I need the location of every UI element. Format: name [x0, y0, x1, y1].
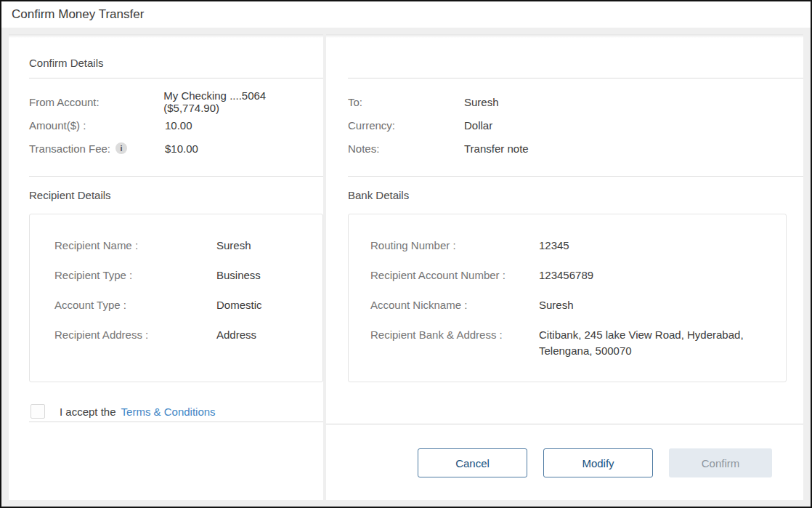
amount-label: Amount($) : — [29, 119, 165, 132]
page-title: Confirm Money Transfer — [1, 1, 811, 28]
from-account-label: From Account: — [29, 96, 163, 108]
bank-details-box: Routing Number : 12345 Recipient Account… — [348, 214, 787, 382]
confirm-details-left-rows: From Account: My Checking ....5064 ($5,7… — [29, 78, 323, 160]
account-nickname-row: Account Nickname : Suresh — [370, 290, 786, 320]
account-type-label: Account Type : — [54, 299, 216, 311]
recipient-details-box: Recipient Name : Suresh Recipient Type :… — [29, 214, 323, 382]
cancel-button[interactable]: Cancel — [418, 448, 527, 477]
transaction-fee-value: $10.00 — [165, 142, 198, 155]
currency-value: Dollar — [464, 119, 492, 132]
to-row: To: Suresh — [348, 90, 803, 113]
recipient-account-number-value: 123456789 — [539, 269, 593, 281]
amount-row: Amount($) : 10.00 — [29, 113, 323, 137]
main-content: Confirm Details From Account: My Checkin… — [9, 34, 803, 500]
transaction-fee-row: Transaction Fee: i $10.00 — [29, 137, 323, 160]
recipient-account-number-label: Recipient Account Number : — [370, 269, 539, 281]
account-nickname-value: Suresh — [539, 299, 574, 311]
account-type-row: Account Type : Domestic — [54, 290, 322, 320]
info-icon[interactable]: i — [115, 142, 127, 154]
from-account-value: My Checking ....5064 ($5,774.90) — [163, 89, 323, 114]
currency-label: Currency: — [348, 119, 464, 132]
recipient-address-row: Recipient Address : Address — [54, 320, 322, 350]
bank-details-heading: Bank Details — [348, 189, 803, 201]
account-type-value: Domestic — [216, 299, 262, 311]
routing-number-label: Routing Number : — [370, 239, 539, 251]
action-buttons: Cancel Modify Confirm — [348, 448, 803, 477]
terms-checkbox[interactable] — [31, 404, 45, 419]
recipient-details-heading: Recipient Details — [29, 189, 323, 201]
amount-value: 10.00 — [165, 119, 192, 132]
recipient-address-value: Address — [216, 328, 256, 341]
recipient-name-label: Recipient Name : — [54, 239, 216, 251]
currency-row: Currency: Dollar — [348, 113, 803, 137]
notes-row: Notes: Transfer note — [348, 137, 803, 160]
recipient-type-row: Recipient Type : Business — [54, 260, 322, 290]
terms-row: I accept the Terms & Conditions — [29, 401, 323, 422]
divider — [326, 424, 803, 424]
from-account-row: From Account: My Checking ....5064 ($5,7… — [29, 90, 323, 113]
transaction-fee-label: Transaction Fee: i — [29, 142, 165, 155]
recipient-bank-address-label: Recipient Bank & Address : — [370, 327, 539, 343]
confirm-details-right-rows: To: Suresh Currency: Dollar Notes: Trans… — [348, 78, 803, 160]
recipient-bank-address-value: Citibank, 245 lake View Road, Hyderabad,… — [539, 327, 786, 359]
terms-text: I accept the — [60, 406, 116, 418]
spacer — [348, 34, 803, 69]
divider — [29, 422, 323, 422]
confirm-button[interactable]: Confirm — [669, 448, 772, 477]
recipient-account-number-row: Recipient Account Number : 123456789 — [370, 260, 786, 290]
terms-and-conditions-link[interactable]: Terms & Conditions — [121, 406, 216, 418]
divider — [348, 176, 803, 177]
right-panel: To: Suresh Currency: Dollar Notes: Trans… — [326, 34, 803, 500]
notes-label: Notes: — [348, 142, 464, 155]
confirm-details-heading: Confirm Details — [29, 34, 323, 69]
to-label: To: — [348, 96, 464, 108]
recipient-name-row: Recipient Name : Suresh — [54, 230, 322, 260]
recipient-type-label: Recipient Type : — [54, 269, 216, 281]
recipient-type-value: Business — [216, 269, 261, 281]
page-title-text: Confirm Money Transfer — [12, 7, 144, 22]
recipient-address-label: Recipient Address : — [54, 328, 216, 341]
to-value: Suresh — [464, 96, 499, 108]
recipient-name-value: Suresh — [216, 239, 251, 251]
routing-number-value: 12345 — [539, 239, 569, 251]
left-panel: Confirm Details From Account: My Checkin… — [9, 34, 323, 500]
recipient-bank-address-row: Recipient Bank & Address : Citibank, 245… — [370, 320, 786, 359]
modify-button[interactable]: Modify — [543, 448, 653, 477]
routing-number-row: Routing Number : 12345 — [370, 230, 786, 260]
divider — [29, 176, 323, 177]
notes-value: Transfer note — [464, 142, 529, 155]
account-nickname-label: Account Nickname : — [370, 299, 539, 311]
